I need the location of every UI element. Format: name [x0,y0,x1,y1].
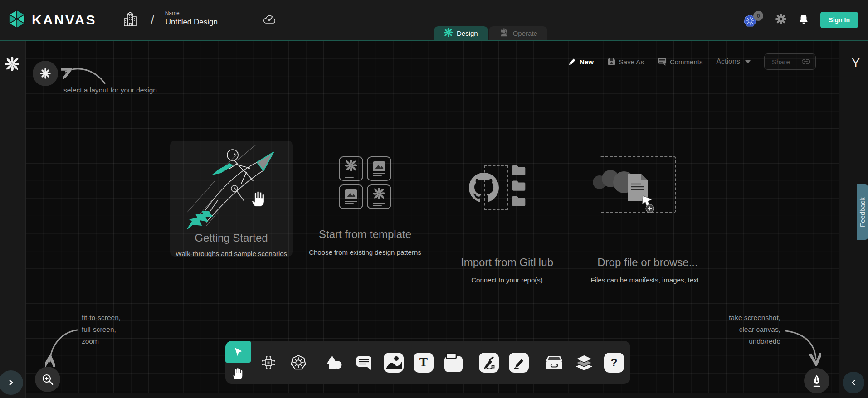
design-name-label: Name [165,10,246,16]
github-illustration [447,154,567,256]
zoom-controls-button[interactable] [35,367,60,392]
tab-design[interactable]: Design [434,26,488,40]
notifications-bell-icon[interactable] [799,14,809,26]
app-header: KANVAS / Name [0,0,868,40]
help-tool-button[interactable]: ? [599,353,629,373]
start-from-template-card[interactable]: Start from template Choose from existing… [304,154,426,256]
comments-label: Comments [670,58,703,66]
layout-hint-arrow [61,64,107,86]
template-tile-swirl [339,156,363,181]
template-tile-swirl [367,184,391,209]
credits-indicator[interactable]: 0 [743,13,763,27]
layers-icon [575,354,593,371]
hint-line: full-screen, [82,324,121,335]
image-placeholder-icon [373,161,385,171]
hint-line: fit-to-screen, [82,312,121,324]
text-T-glyph: T [419,356,428,369]
magnifier-plus-icon [41,373,54,386]
image-icon [384,353,404,373]
meshery-swirl-icon[interactable] [5,57,19,73]
note-tool-button[interactable] [439,352,468,373]
file-drop-icon [590,160,672,222]
note-icon [444,352,463,373]
canvas-actions-bar: New Save As Comments Actions Share [568,53,816,70]
dropzone-illustration [580,154,716,256]
repo-folder-icon [512,180,526,193]
zoom-hint-arrow [45,327,81,367]
repo-folder-icon [512,195,526,209]
drop-file-card[interactable]: Drop file or browse... Files can be mani… [580,154,716,284]
template-tiles [304,156,426,209]
comment-bubble-icon [356,354,372,371]
screenshot-hint-text: take screenshot, clear canvas, undo/redo [729,312,780,347]
screenshot-hint-arrow [782,327,823,366]
card-subtitle: Files can be manifests, images, text... [580,276,716,284]
image-placeholder-icon [345,189,357,199]
design-swirl-icon [444,28,453,38]
chevron-right-icon [6,378,16,388]
credits-count-badge: 0 [753,11,763,21]
card-title: Import from GitHub [447,256,567,269]
text-tool-button[interactable]: T [409,353,439,373]
import-from-github-card[interactable]: Import from GitHub Connect to your repo(… [447,154,567,284]
share-button[interactable]: Share [764,53,816,70]
pan-tool-button[interactable] [225,363,251,384]
layers-tool-button[interactable] [569,354,599,371]
rocket-illustration [179,145,283,229]
card-title: Drop file or browse... [580,256,716,269]
design-canvas[interactable]: select a layout for your design New Save… [0,40,868,398]
link-icon [802,58,810,65]
pen-nib-icon [810,374,823,388]
component-tool-button[interactable] [254,355,283,370]
comments-button[interactable]: Comments [658,58,703,66]
canvas-toolbar: T [225,341,630,384]
drawer-tool-button[interactable] [539,355,569,370]
expand-right-panel-button[interactable] [843,372,864,393]
kubernetes-tool-button[interactable] [283,354,313,371]
layout-hint-text: select a layout for your design [63,84,157,96]
screenshot-tools-button[interactable] [804,368,829,393]
sign-in-button[interactable]: Sign In [820,12,858,28]
image-tool-button[interactable] [379,353,409,373]
shapes-icon [326,354,342,371]
save-as-button[interactable]: Save As [607,58,644,66]
feedback-tab[interactable]: Feedback [857,184,868,240]
sketch-tool-button[interactable] [504,353,534,373]
hint-line: clear canvas, [729,324,780,335]
new-label: New [580,58,594,66]
new-design-button[interactable]: New [568,58,594,66]
comment-tool-button[interactable] [349,354,379,371]
github-octocat-icon [469,173,499,203]
kanvas-logo-icon[interactable] [6,9,27,31]
chevron-down-icon [745,60,751,63]
actions-dropdown[interactable]: Actions [716,58,750,66]
hint-line: undo/redo [729,335,780,347]
design-name-field: Name [165,10,246,30]
component-node-icon [261,355,276,370]
tab-operate-label: Operate [513,29,537,37]
repo-folder-icon [512,164,526,178]
tab-design-label: Design [457,29,478,37]
card-subtitle: Choose from existing design patterns [304,248,426,256]
comments-icon [658,58,667,66]
shapes-tool-button[interactable] [319,354,349,371]
breadcrumb-separator: / [151,13,154,27]
share-label: Share [772,58,790,66]
design-name-input[interactable] [165,18,246,30]
flip-y-icon[interactable]: Y [852,56,860,70]
hand-icon [232,367,244,380]
hint-line: zoom [82,335,121,347]
template-tile-image [339,184,363,209]
getting-started-card[interactable]: Getting Started Walk-throughs and sample… [170,141,293,257]
save-as-label: Save As [619,58,644,66]
pen-tool-button[interactable] [474,353,504,373]
select-tool-button[interactable] [225,341,251,363]
organization-icon[interactable] [123,11,137,29]
mode-tabs: Design Operate [434,26,547,40]
layout-selector-button[interactable] [33,61,58,86]
settings-gear-icon[interactable] [775,13,787,27]
tab-operate[interactable]: Operate [489,26,547,40]
operate-headset-icon [499,28,509,39]
pencil-icon [568,58,576,66]
pen-path-icon [482,356,496,369]
